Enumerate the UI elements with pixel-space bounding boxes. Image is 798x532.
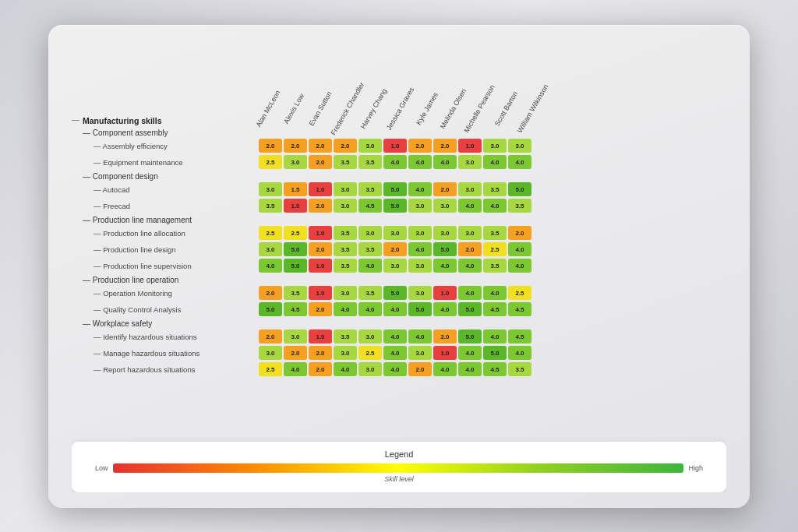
skill-cell: 3.0 bbox=[408, 286, 432, 300]
skill-cell: 2.5 bbox=[259, 362, 282, 376]
col-header-4: Harvey Chang bbox=[365, 41, 390, 111]
skill-cell: 4.0 bbox=[458, 346, 482, 360]
skill-cell: 2.5 bbox=[259, 226, 282, 240]
skill-cell: 2.0 bbox=[259, 139, 282, 153]
skill-row: — Production line supervision4.05.01.03.… bbox=[72, 258, 726, 274]
skill-cell: 3.0 bbox=[358, 362, 382, 376]
col-header-8: Michelle Pearson bbox=[471, 41, 496, 111]
skill-cell: 5.0 bbox=[458, 329, 482, 344]
skill-cell: 2.0 bbox=[309, 242, 332, 256]
skill-cells: 2.53.02.03.53.54.04.04.03.04.04.0 bbox=[259, 155, 531, 169]
col-header-6: Kyle James bbox=[418, 41, 443, 111]
legend-box: Legend Low High Skill level bbox=[72, 442, 726, 492]
skill-label: — Quality Control Analysis bbox=[72, 305, 259, 314]
legend-title: Legend bbox=[385, 449, 414, 459]
skill-cell: 3.0 bbox=[284, 329, 307, 344]
column-headers: Alan McLeonAlexis LowEvan SuttonFrederic… bbox=[72, 41, 726, 111]
skill-cell: 2.0 bbox=[408, 362, 432, 376]
skill-cell: 4.0 bbox=[433, 155, 457, 169]
skill-row: — Quality Control Analysis5.04.52.04.04.… bbox=[72, 301, 726, 318]
skill-row: — Autocad3.01.51.03.03.55.04.02.03.03.55… bbox=[72, 181, 726, 198]
skill-cell: 4.0 bbox=[408, 155, 432, 169]
skill-cell: 2.0 bbox=[284, 346, 307, 360]
skill-cell: 2.0 bbox=[259, 286, 282, 300]
skill-cell: 3.0 bbox=[433, 199, 457, 213]
skill-label: — Report hazardous situations bbox=[72, 365, 259, 374]
skill-cell: 4.0 bbox=[508, 242, 531, 256]
skill-cell: 4.0 bbox=[483, 155, 507, 169]
skill-label: — Operation Monitoring bbox=[72, 289, 259, 298]
skill-cells: 3.05.02.03.53.52.04.05.02.02.54.0 bbox=[259, 242, 531, 256]
skill-cell: 3.0 bbox=[383, 259, 407, 273]
skill-cell: 3.5 bbox=[508, 199, 531, 213]
col-header-9: Scott Barton bbox=[497, 41, 522, 111]
skill-cell: 2.0 bbox=[309, 302, 332, 316]
skill-cell: 4.0 bbox=[334, 302, 357, 316]
skill-cell: 3.5 bbox=[358, 286, 382, 300]
col-header-2: Evan Sutton bbox=[312, 41, 337, 111]
skill-cell: 4.0 bbox=[408, 242, 432, 256]
skill-cell: 3.0 bbox=[483, 139, 507, 153]
skill-cell: 1.0 bbox=[433, 286, 457, 300]
category-header: — Component design bbox=[72, 171, 726, 181]
skill-cell: 3.0 bbox=[358, 226, 382, 240]
skill-cell: 2.0 bbox=[408, 139, 432, 153]
skill-cell: 5.0 bbox=[383, 182, 407, 196]
category-header: — Component assembly bbox=[72, 127, 726, 138]
skill-cell: 4.0 bbox=[458, 199, 482, 213]
skill-cell: 1.0 bbox=[309, 182, 332, 196]
skill-cell: 4.0 bbox=[458, 286, 482, 300]
skill-cell: 2.0 bbox=[508, 226, 531, 240]
skill-cell: 3.0 bbox=[358, 139, 382, 153]
skill-cell: 5.0 bbox=[259, 302, 282, 316]
skill-cell: 3.5 bbox=[334, 155, 357, 169]
category-header: — Workplace safety bbox=[72, 318, 726, 329]
skill-cell: 2.0 bbox=[458, 242, 482, 256]
skill-cell: 3.0 bbox=[259, 346, 282, 360]
skill-cell: 2.0 bbox=[309, 155, 332, 169]
skill-cell: 4.0 bbox=[383, 329, 407, 344]
col-header-3: Frederick Chandler bbox=[338, 41, 363, 111]
skill-cells: 5.04.52.04.04.04.05.04.05.04.54.5 bbox=[259, 302, 531, 316]
table-wrapper: Alan McLeonAlexis LowEvan SuttonFrederic… bbox=[72, 41, 726, 434]
skill-cell: 4.0 bbox=[383, 302, 407, 316]
legend-high-label: High bbox=[688, 464, 703, 472]
skill-cell: 1.5 bbox=[284, 182, 307, 196]
skill-cells: 2.52.51.03.53.03.03.03.03.03.52.0 bbox=[259, 226, 531, 240]
skill-cell: 3.5 bbox=[334, 242, 357, 256]
skill-cell: 3.5 bbox=[358, 242, 382, 256]
skill-cell: 3.0 bbox=[334, 182, 357, 196]
skill-cell: 4.5 bbox=[284, 302, 307, 316]
skill-cell: 2.5 bbox=[259, 155, 282, 169]
skill-cell: 3.0 bbox=[284, 155, 307, 169]
skill-cell: 3.0 bbox=[458, 155, 482, 169]
skill-cells: 2.54.02.04.03.04.02.04.04.04.53.5 bbox=[259, 362, 531, 376]
legend-low-label: Low bbox=[95, 464, 108, 472]
skill-cell: 1.0 bbox=[309, 259, 332, 273]
col-header-5: Jessica Graves bbox=[391, 41, 416, 111]
skill-label: — Production line supervision bbox=[72, 262, 259, 270]
skill-cell: 2.5 bbox=[508, 286, 531, 300]
skill-cell: 2.5 bbox=[358, 346, 382, 360]
skill-cell: 3.0 bbox=[458, 226, 482, 240]
skill-cell: 3.5 bbox=[483, 182, 507, 196]
skill-cell: 2.0 bbox=[433, 182, 457, 196]
skill-cell: 3.5 bbox=[334, 329, 357, 344]
skill-row: — Production line allocation2.52.51.03.5… bbox=[72, 225, 726, 241]
skill-cells: 3.51.02.03.04.55.03.03.04.04.03.5 bbox=[259, 199, 531, 213]
skill-cell: 3.5 bbox=[508, 362, 531, 376]
skill-cell: 5.0 bbox=[383, 286, 407, 300]
skill-cell: 4.0 bbox=[458, 259, 482, 273]
skill-cell: 2.0 bbox=[309, 139, 332, 153]
skill-cell: 4.0 bbox=[433, 302, 457, 316]
skill-cell: 3.5 bbox=[334, 226, 357, 240]
skill-row: — Freecad3.51.02.03.04.55.03.03.04.04.03… bbox=[72, 198, 726, 214]
skill-cell: 3.5 bbox=[483, 259, 507, 273]
skill-cells: 3.01.51.03.03.55.04.02.03.03.55.0 bbox=[259, 182, 531, 196]
skill-cell: 4.0 bbox=[508, 259, 531, 273]
col-header-1: Alexis Low bbox=[285, 41, 310, 111]
skill-row: — Identify hazardous situations2.03.01.0… bbox=[72, 329, 726, 345]
legend-bar-row: Low High bbox=[95, 463, 703, 473]
skill-cell: 4.5 bbox=[508, 302, 531, 316]
skill-cell: 1.0 bbox=[458, 139, 482, 153]
